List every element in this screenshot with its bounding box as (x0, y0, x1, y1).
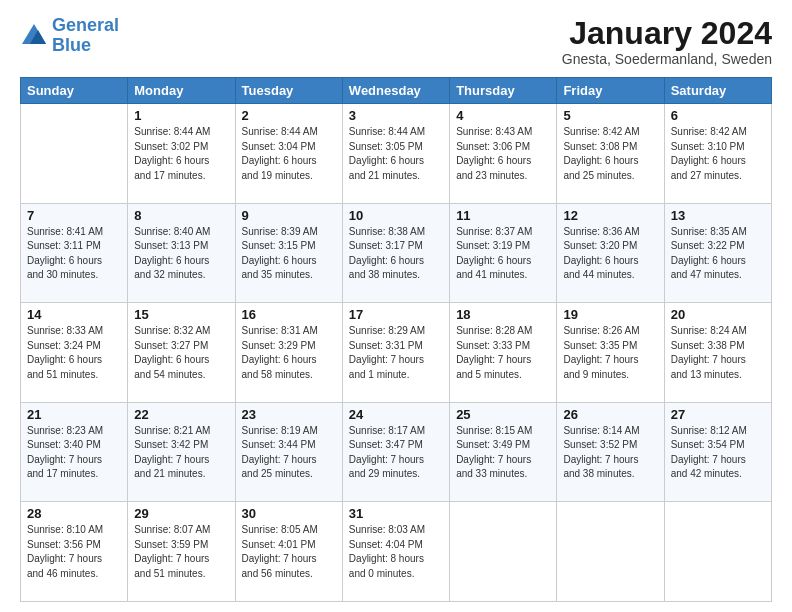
calendar-day-cell: 18 Sunrise: 8:28 AMSunset: 3:33 PMDaylig… (450, 303, 557, 403)
day-info: Sunrise: 8:37 AMSunset: 3:19 PMDaylight:… (456, 226, 532, 281)
calendar-day-cell: 13 Sunrise: 8:35 AMSunset: 3:22 PMDaylig… (664, 203, 771, 303)
day-number: 8 (134, 208, 228, 223)
day-number: 16 (242, 307, 336, 322)
title-block: January 2024 Gnesta, Soedermanland, Swed… (562, 16, 772, 67)
calendar-weekday-header: Monday (128, 78, 235, 104)
calendar-day-cell: 7 Sunrise: 8:41 AMSunset: 3:11 PMDayligh… (21, 203, 128, 303)
calendar-day-cell: 17 Sunrise: 8:29 AMSunset: 3:31 PMDaylig… (342, 303, 449, 403)
day-info: Sunrise: 8:21 AMSunset: 3:42 PMDaylight:… (134, 425, 210, 480)
day-info: Sunrise: 8:44 AMSunset: 3:02 PMDaylight:… (134, 126, 210, 181)
day-info: Sunrise: 8:33 AMSunset: 3:24 PMDaylight:… (27, 325, 103, 380)
day-number: 9 (242, 208, 336, 223)
logo: General Blue (20, 16, 119, 56)
calendar-day-cell: 26 Sunrise: 8:14 AMSunset: 3:52 PMDaylig… (557, 402, 664, 502)
header: General Blue January 2024 Gnesta, Soeder… (20, 16, 772, 67)
logo-icon (20, 22, 48, 50)
day-info: Sunrise: 8:39 AMSunset: 3:15 PMDaylight:… (242, 226, 318, 281)
day-number: 26 (563, 407, 657, 422)
page: General Blue January 2024 Gnesta, Soeder… (0, 0, 792, 612)
calendar-day-cell: 6 Sunrise: 8:42 AMSunset: 3:10 PMDayligh… (664, 104, 771, 204)
day-info: Sunrise: 8:29 AMSunset: 3:31 PMDaylight:… (349, 325, 425, 380)
calendar-day-cell: 30 Sunrise: 8:05 AMSunset: 4:01 PMDaylig… (235, 502, 342, 602)
day-info: Sunrise: 8:31 AMSunset: 3:29 PMDaylight:… (242, 325, 318, 380)
day-info: Sunrise: 8:35 AMSunset: 3:22 PMDaylight:… (671, 226, 747, 281)
day-info: Sunrise: 8:32 AMSunset: 3:27 PMDaylight:… (134, 325, 210, 380)
day-info: Sunrise: 8:40 AMSunset: 3:13 PMDaylight:… (134, 226, 210, 281)
day-info: Sunrise: 8:44 AMSunset: 3:05 PMDaylight:… (349, 126, 425, 181)
day-number: 2 (242, 108, 336, 123)
day-number: 29 (134, 506, 228, 521)
calendar-day-cell: 11 Sunrise: 8:37 AMSunset: 3:19 PMDaylig… (450, 203, 557, 303)
day-number: 24 (349, 407, 443, 422)
calendar-day-cell: 4 Sunrise: 8:43 AMSunset: 3:06 PMDayligh… (450, 104, 557, 204)
calendar-day-cell: 24 Sunrise: 8:17 AMSunset: 3:47 PMDaylig… (342, 402, 449, 502)
day-info: Sunrise: 8:07 AMSunset: 3:59 PMDaylight:… (134, 524, 210, 579)
calendar-day-cell: 5 Sunrise: 8:42 AMSunset: 3:08 PMDayligh… (557, 104, 664, 204)
day-number: 27 (671, 407, 765, 422)
calendar-day-cell: 9 Sunrise: 8:39 AMSunset: 3:15 PMDayligh… (235, 203, 342, 303)
day-number: 14 (27, 307, 121, 322)
day-number: 25 (456, 407, 550, 422)
calendar-day-cell: 29 Sunrise: 8:07 AMSunset: 3:59 PMDaylig… (128, 502, 235, 602)
calendar-day-cell: 27 Sunrise: 8:12 AMSunset: 3:54 PMDaylig… (664, 402, 771, 502)
day-number: 30 (242, 506, 336, 521)
calendar-day-cell: 25 Sunrise: 8:15 AMSunset: 3:49 PMDaylig… (450, 402, 557, 502)
day-number: 22 (134, 407, 228, 422)
calendar-day-cell: 23 Sunrise: 8:19 AMSunset: 3:44 PMDaylig… (235, 402, 342, 502)
calendar-header-row: SundayMondayTuesdayWednesdayThursdayFrid… (21, 78, 772, 104)
day-number: 31 (349, 506, 443, 521)
calendar-weekday-header: Tuesday (235, 78, 342, 104)
calendar-table: SundayMondayTuesdayWednesdayThursdayFrid… (20, 77, 772, 602)
day-info: Sunrise: 8:23 AMSunset: 3:40 PMDaylight:… (27, 425, 103, 480)
day-info: Sunrise: 8:24 AMSunset: 3:38 PMDaylight:… (671, 325, 747, 380)
day-info: Sunrise: 8:19 AMSunset: 3:44 PMDaylight:… (242, 425, 318, 480)
day-number: 15 (134, 307, 228, 322)
day-info: Sunrise: 8:26 AMSunset: 3:35 PMDaylight:… (563, 325, 639, 380)
day-number: 4 (456, 108, 550, 123)
calendar-weekday-header: Thursday (450, 78, 557, 104)
main-title: January 2024 (562, 16, 772, 51)
calendar-day-cell: 22 Sunrise: 8:21 AMSunset: 3:42 PMDaylig… (128, 402, 235, 502)
calendar-day-cell: 20 Sunrise: 8:24 AMSunset: 3:38 PMDaylig… (664, 303, 771, 403)
calendar-day-cell: 12 Sunrise: 8:36 AMSunset: 3:20 PMDaylig… (557, 203, 664, 303)
day-info: Sunrise: 8:42 AMSunset: 3:08 PMDaylight:… (563, 126, 639, 181)
calendar-weekday-header: Wednesday (342, 78, 449, 104)
day-info: Sunrise: 8:28 AMSunset: 3:33 PMDaylight:… (456, 325, 532, 380)
calendar-day-cell: 15 Sunrise: 8:32 AMSunset: 3:27 PMDaylig… (128, 303, 235, 403)
day-info: Sunrise: 8:38 AMSunset: 3:17 PMDaylight:… (349, 226, 425, 281)
calendar-weekday-header: Saturday (664, 78, 771, 104)
calendar-day-cell: 19 Sunrise: 8:26 AMSunset: 3:35 PMDaylig… (557, 303, 664, 403)
day-number: 17 (349, 307, 443, 322)
calendar-day-cell: 3 Sunrise: 8:44 AMSunset: 3:05 PMDayligh… (342, 104, 449, 204)
day-info: Sunrise: 8:03 AMSunset: 4:04 PMDaylight:… (349, 524, 425, 579)
day-number: 18 (456, 307, 550, 322)
calendar-day-cell (664, 502, 771, 602)
day-number: 1 (134, 108, 228, 123)
calendar-day-cell: 2 Sunrise: 8:44 AMSunset: 3:04 PMDayligh… (235, 104, 342, 204)
day-number: 5 (563, 108, 657, 123)
day-info: Sunrise: 8:36 AMSunset: 3:20 PMDaylight:… (563, 226, 639, 281)
subtitle: Gnesta, Soedermanland, Sweden (562, 51, 772, 67)
calendar-week-row: 7 Sunrise: 8:41 AMSunset: 3:11 PMDayligh… (21, 203, 772, 303)
day-info: Sunrise: 8:42 AMSunset: 3:10 PMDaylight:… (671, 126, 747, 181)
day-info: Sunrise: 8:05 AMSunset: 4:01 PMDaylight:… (242, 524, 318, 579)
day-number: 20 (671, 307, 765, 322)
calendar-day-cell (557, 502, 664, 602)
day-info: Sunrise: 8:17 AMSunset: 3:47 PMDaylight:… (349, 425, 425, 480)
calendar-day-cell: 16 Sunrise: 8:31 AMSunset: 3:29 PMDaylig… (235, 303, 342, 403)
day-number: 12 (563, 208, 657, 223)
calendar-day-cell: 28 Sunrise: 8:10 AMSunset: 3:56 PMDaylig… (21, 502, 128, 602)
calendar-weekday-header: Sunday (21, 78, 128, 104)
calendar-day-cell: 1 Sunrise: 8:44 AMSunset: 3:02 PMDayligh… (128, 104, 235, 204)
calendar-week-row: 21 Sunrise: 8:23 AMSunset: 3:40 PMDaylig… (21, 402, 772, 502)
day-number: 6 (671, 108, 765, 123)
day-number: 23 (242, 407, 336, 422)
day-number: 19 (563, 307, 657, 322)
logo-text: General Blue (52, 16, 119, 56)
day-number: 10 (349, 208, 443, 223)
day-info: Sunrise: 8:43 AMSunset: 3:06 PMDaylight:… (456, 126, 532, 181)
calendar-day-cell: 31 Sunrise: 8:03 AMSunset: 4:04 PMDaylig… (342, 502, 449, 602)
calendar-week-row: 1 Sunrise: 8:44 AMSunset: 3:02 PMDayligh… (21, 104, 772, 204)
day-number: 11 (456, 208, 550, 223)
calendar-day-cell: 8 Sunrise: 8:40 AMSunset: 3:13 PMDayligh… (128, 203, 235, 303)
